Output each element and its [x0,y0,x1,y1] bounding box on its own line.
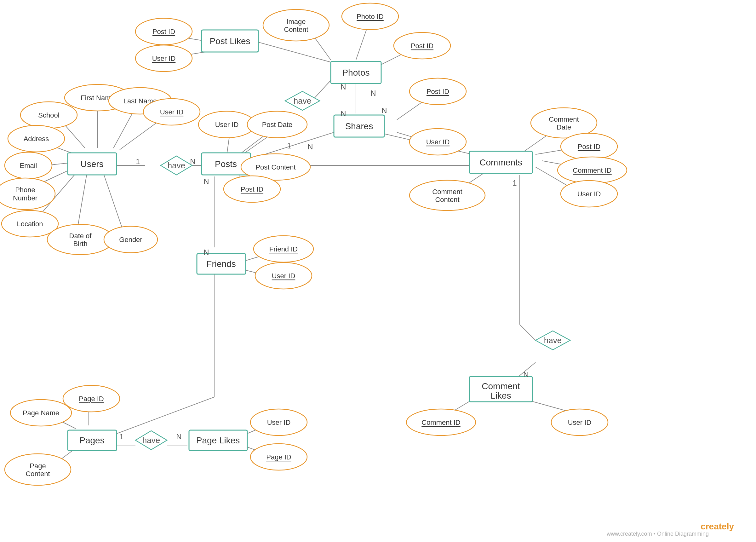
photos-label: Photos [342,68,369,77]
postid-postlikes-attr-label: Post ID [152,28,175,36]
have-comments-commentlikes-label: have [544,336,562,345]
commentdate-attr-label-1: Comment [549,115,579,123]
card-have-1-posts-photos: 1 [287,141,291,150]
userid-pagelikes-attr-label: User ID [267,419,291,426]
postcontent-attr-label: Post Content [255,163,295,171]
card-pagelikes-n: N [176,432,181,441]
pageid-attr-label: Page ID [79,395,104,403]
userid-commentlikes-attr-label: User ID [568,419,592,426]
dob-attr-label-1: Date of [69,232,92,240]
friends-label: Friends [206,259,236,269]
userid-comments-attr-label: User ID [577,190,601,198]
commentlikes-label-2: Likes [490,391,511,401]
er-diagram: Post Likes Photos Shares Users Posts Com… [0,0,756,542]
postdate-attr-label: Post Date [262,121,293,128]
users-label: Users [80,159,103,169]
dob-attr-label-2: Birth [73,240,87,248]
have-posts-photos-label: have [294,96,311,105]
commentid-commentlikes-attr-label: Comment ID [421,419,460,426]
card-shares-n1: N [370,89,376,97]
card-shares-posts-n: N [307,142,313,151]
userid-shares-attr-label: User ID [426,138,450,146]
postlikes-label: Post Likes [209,36,250,46]
svg-line-8 [77,175,87,230]
commentid-attr-label: Comment ID [573,166,611,174]
svg-line-3 [120,120,161,150]
pagename-attr-label: Page Name [23,409,59,417]
commentlikes-label-1: Comment [482,381,520,391]
commentcontent-attr-label-2: Content [435,196,459,203]
card-have-posts: N [190,157,195,166]
have-pages-pagelikes-label: have [142,436,160,445]
svg-line-44 [113,397,214,435]
card-commentlikes-n: N [523,370,529,379]
svg-line-36 [520,325,535,340]
userid-users-attr-label: User ID [160,108,184,116]
card-pages-1: 1 [119,432,123,441]
phone-attr-label-1: Phone [15,186,35,194]
shares-label: Shares [345,121,373,131]
comments-label: Comments [479,157,522,167]
card-comments-1: 1 [513,179,517,187]
card-shares-n2: N [381,106,387,115]
pagecontent-attr-label-2: Content [26,470,50,478]
postid-comments-attr-label: Post ID [578,143,600,151]
userid-friends-attr-label: User ID [272,272,295,280]
phone-attr-label-2: Number [13,194,37,202]
pagecontent-attr-label-1: Page [30,462,46,470]
svg-line-9 [104,175,123,230]
friendid-attr-label: Friend ID [269,245,298,253]
imagecontent-attr-label-2: Content [284,26,308,33]
card-photos-n2: N [341,109,346,118]
gender-attr-label: Gender [119,236,142,243]
brand-creately: creately [701,522,734,531]
pageid-pagelikes-attr-label: Page ID [266,453,291,461]
posts-label: Posts [215,159,237,169]
photoid-attr-label: Photo ID [357,13,384,20]
svg-line-0 [63,123,85,148]
postid-shares-attr-label: Post ID [427,88,449,95]
card-users-have: 1 [136,157,140,166]
email-attr-label: Email [20,162,37,169]
location-attr-label: Location [17,220,43,228]
school-attr-label: School [38,111,59,119]
userid-posts-attr-label: User ID [215,121,239,128]
commentcontent-attr-label-1: Comment [432,188,462,196]
card-posts-friends-n: N [203,177,209,185]
pages-label: Pages [79,436,104,445]
have-users-posts-label: have [168,161,185,170]
watermark: www.creately.com • Online Diagramming [606,531,709,537]
card-friends-n: N [203,248,209,256]
card-photos-n1: N [341,83,346,91]
userid-postlikes-attr-label: User ID [152,54,176,62]
postid-posts-attr-label: Post ID [241,185,263,193]
postid-photos-attr-label: Post ID [411,42,433,50]
address-attr-label: Address [24,135,49,143]
pagelikes-label: Page Likes [196,436,240,445]
commentdate-attr-label-2: Date [557,123,571,131]
imagecontent-attr-label-1: Image [286,18,306,26]
